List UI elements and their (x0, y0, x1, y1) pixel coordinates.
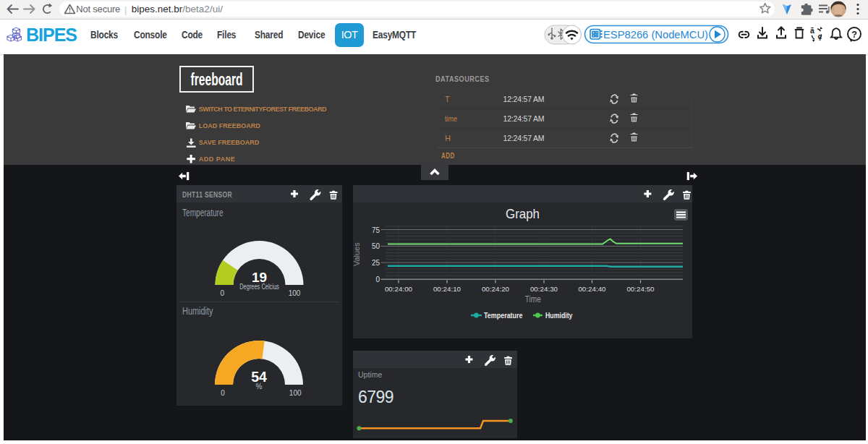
svg-text:T: T (445, 95, 450, 103)
svg-text:Graph: Graph (506, 206, 540, 221)
svg-text:Temperature: Temperature (484, 311, 523, 320)
svg-text:0: 0 (221, 389, 225, 397)
svg-text:00:24:10: 00:24:10 (433, 285, 461, 293)
svg-text:Time: Time (525, 294, 541, 304)
svg-text:time: time (445, 114, 457, 123)
svg-text:Not secure: Not secure (76, 4, 120, 14)
svg-text:Degrees Celcius: Degrees Celcius (239, 283, 279, 291)
svg-text:SWITCH TO ETERNITYFOREST FREEB: SWITCH TO ETERNITYFOREST FREEBOARD (199, 106, 327, 113)
svg-text:100: 100 (289, 289, 301, 297)
svg-text:12:24:57 AM: 12:24:57 AM (503, 95, 545, 103)
svg-text:ADD PANE: ADD PANE (199, 155, 235, 163)
svg-text:bipes.net.br/beta2/ui/: bipes.net.br/beta2/ui/ (132, 4, 223, 14)
svg-text:?: ? (851, 30, 857, 40)
svg-text:00:24:40: 00:24:40 (578, 285, 606, 293)
svg-text:50: 50 (372, 242, 380, 250)
svg-text:Values: Values (353, 242, 361, 266)
svg-text:00:24:30: 00:24:30 (530, 285, 558, 293)
svg-text:100: 100 (289, 389, 302, 397)
svg-text:00:24:00: 00:24:00 (385, 285, 413, 293)
svg-text:ESP8266 (NodeMCU): ESP8266 (NodeMCU) (603, 28, 708, 40)
svg-text:0: 0 (375, 276, 380, 283)
svg-text:0: 0 (221, 289, 225, 297)
svg-text:freeboard: freeboard (191, 69, 243, 89)
svg-text:25: 25 (372, 259, 380, 267)
svg-text:00:24:20: 00:24:20 (482, 285, 510, 293)
svg-text:12:24:57 AM: 12:24:57 AM (503, 114, 545, 123)
svg-text:75: 75 (372, 226, 380, 234)
svg-text:ã: ã (810, 26, 814, 35)
svg-text:LOAD FREEBOARD: LOAD FREEBOARD (199, 122, 260, 129)
svg-text:00:24:50: 00:24:50 (626, 285, 655, 293)
svg-text:|: | (124, 4, 127, 15)
svg-text:H: H (445, 134, 451, 142)
svg-text:SAVE FREEBOARD: SAVE FREEBOARD (199, 139, 260, 146)
svg-text:ç: ç (818, 32, 822, 40)
svg-text:%: % (256, 383, 263, 390)
svg-text:Humidity: Humidity (545, 311, 573, 320)
svg-text:12:24:57 AM: 12:24:57 AM (503, 134, 545, 142)
